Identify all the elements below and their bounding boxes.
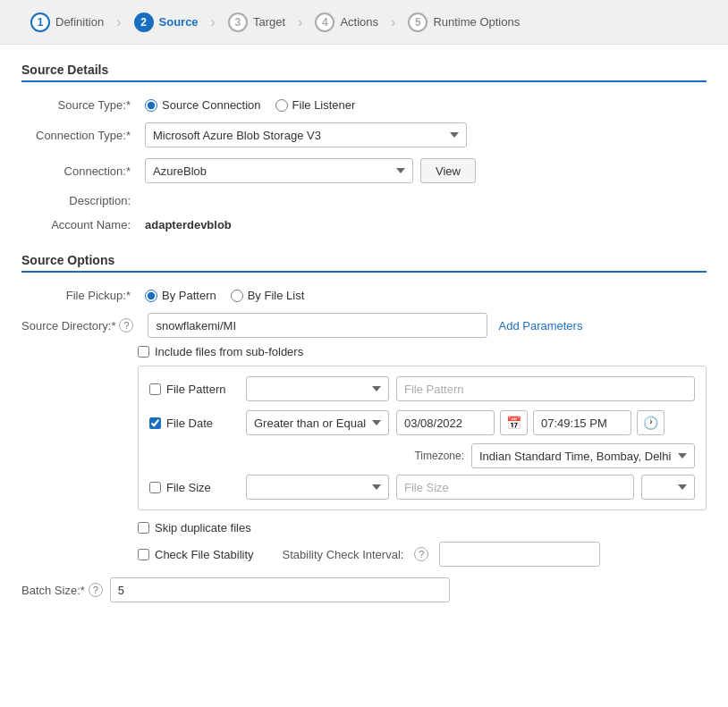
wizard-nav: 1 Definition › 2 Source › 3 Target › 4 A… — [0, 0, 728, 45]
connection-select[interactable]: AzureBlob — [145, 158, 413, 183]
file-pattern-value-input[interactable] — [396, 376, 695, 401]
skip-duplicate-checkbox[interactable] — [138, 522, 149, 534]
account-name-row: Account Name: adapterdevblob — [21, 218, 707, 231]
timezone-select[interactable]: Indian Standard Time, Bombay, Delhi — [471, 443, 695, 468]
source-directory-row: Source Directory:* ? Add Parameters — [21, 313, 707, 338]
source-options-divider — [21, 271, 707, 273]
file-pickup-radio-group: By Pattern By File List — [145, 289, 304, 302]
file-size-checkbox-label[interactable]: File Size — [149, 481, 239, 494]
timezone-row: Timezone: Indian Standard Time, Bombay, … — [149, 443, 695, 468]
radio-file-listener-input[interactable] — [275, 99, 288, 112]
date-time-group: 📅 🕐 — [396, 410, 665, 435]
file-pattern-operator-select[interactable] — [246, 376, 389, 401]
source-directory-help-icon[interactable]: ? — [119, 318, 133, 332]
source-details-divider — [21, 80, 707, 82]
source-directory-label: Source Directory:* ? — [21, 318, 140, 332]
source-options-title: Source Options — [21, 253, 707, 267]
include-subfolders-checkbox[interactable] — [138, 346, 149, 358]
description-row: Description: — [21, 194, 707, 207]
include-subfolders-block: Include files from sub-folders — [138, 345, 707, 358]
radio-by-file-list[interactable]: By File List — [231, 289, 305, 302]
step-circle-1: 1 — [30, 13, 50, 32]
file-size-checkbox[interactable] — [149, 482, 161, 493]
clock-icon-btn[interactable]: 🕐 — [637, 410, 665, 435]
step-circle-5: 5 — [408, 13, 427, 32]
timezone-label: Timezone: — [414, 450, 464, 462]
check-stability-label: Check File Stability — [155, 548, 254, 561]
step-circle-4: 4 — [315, 13, 334, 32]
skip-duplicate-label: Skip duplicate files — [155, 521, 251, 534]
nav-step-actions[interactable]: 4 Actions — [299, 7, 394, 38]
file-pickup-label: File Pickup:* — [21, 289, 138, 302]
nav-label-target: Target — [253, 15, 285, 29]
step-circle-2: 2 — [134, 13, 154, 32]
connection-type-row: Connection Type:* Microsoft Azure Blob S… — [21, 122, 707, 147]
view-button[interactable]: View — [420, 158, 476, 183]
radio-file-listener[interactable]: File Listener — [275, 98, 356, 112]
file-date-filter-row: File Date Greater than or Equal 📅 🕐 — [149, 409, 695, 436]
radio-by-pattern-input[interactable] — [145, 290, 157, 302]
connection-row: Connection:* AzureBlob View — [21, 158, 707, 183]
step-circle-3: 3 — [228, 13, 248, 32]
include-subfolders-row: Include files from sub-folders — [138, 345, 707, 358]
nav-step-target[interactable]: 3 Target — [212, 7, 301, 38]
connection-type-select[interactable]: Microsoft Azure Blob Storage V3 — [145, 122, 467, 147]
nav-step-runtime[interactable]: 5 Runtime Options — [392, 7, 536, 38]
source-type-label: Source Type:* — [21, 98, 138, 112]
nav-label-runtime: Runtime Options — [433, 15, 520, 29]
description-label: Description: — [21, 194, 138, 207]
account-name-value: adapterdevblob — [145, 218, 232, 231]
nav-step-source[interactable]: 2 Source — [118, 7, 215, 38]
radio-by-file-list-input[interactable] — [231, 290, 243, 302]
file-date-checkbox-label[interactable]: File Date — [149, 417, 239, 430]
file-size-operator-select[interactable] — [246, 475, 389, 500]
file-size-unit-select[interactable] — [641, 475, 695, 500]
batch-size-row: Batch Size:* ? — [21, 577, 707, 602]
file-pattern-checkbox-label[interactable]: File Pattern — [149, 383, 239, 396]
source-type-row: Source Type:* Source Connection File Lis… — [21, 98, 707, 112]
connection-label: Connection:* — [21, 164, 138, 178]
source-directory-input[interactable] — [148, 313, 487, 338]
source-options-section: Source Options File Pickup:* By Pattern … — [21, 253, 707, 602]
nav-step-definition[interactable]: 1 Definition — [14, 7, 120, 38]
file-pattern-checkbox[interactable] — [149, 383, 161, 395]
file-time-input[interactable] — [533, 410, 631, 435]
file-date-checkbox[interactable] — [149, 417, 161, 429]
include-subfolders-label: Include files from sub-folders — [155, 345, 303, 358]
stability-interval-input[interactable] — [439, 542, 600, 567]
check-stability-checkbox-row: Check File Stability — [138, 548, 254, 561]
connection-type-label: Connection Type:* — [21, 129, 138, 142]
check-stability-checkbox[interactable] — [138, 549, 149, 560]
radio-source-connection-input[interactable] — [145, 99, 157, 112]
file-size-filter-row: File Size — [149, 474, 695, 501]
nav-label-actions: Actions — [340, 15, 378, 29]
stability-help-icon[interactable]: ? — [414, 547, 428, 561]
batch-size-label: Batch Size:* ? — [21, 583, 103, 597]
file-pattern-filter-row: File Pattern — [149, 375, 695, 402]
file-date-operator-select[interactable]: Greater than or Equal — [246, 410, 389, 435]
account-name-label: Account Name: — [21, 218, 138, 231]
nav-label-definition: Definition — [55, 15, 104, 29]
main-content: Source Details Source Type:* Source Conn… — [0, 45, 728, 620]
stability-interval-label: Stability Check Interval: — [283, 548, 404, 561]
nav-label-source: Source — [159, 15, 199, 29]
filter-box: File Pattern File Date Greater than or E… — [138, 366, 707, 510]
check-stability-row: Check File Stability Stability Check Int… — [138, 542, 707, 567]
calendar-icon-btn[interactable]: 📅 — [500, 410, 528, 435]
file-pickup-row: File Pickup:* By Pattern By File List — [21, 289, 707, 302]
radio-source-connection[interactable]: Source Connection — [145, 98, 261, 112]
radio-by-pattern[interactable]: By Pattern — [145, 289, 216, 302]
batch-size-input[interactable] — [110, 577, 450, 602]
skip-duplicate-row: Skip duplicate files — [138, 521, 707, 534]
file-size-value-input[interactable] — [396, 475, 634, 500]
file-date-input[interactable] — [396, 410, 495, 435]
source-details-title: Source Details — [21, 63, 707, 77]
batch-size-help-icon[interactable]: ? — [89, 583, 103, 597]
source-type-radio-group: Source Connection File Listener — [145, 98, 355, 112]
add-parameters-link[interactable]: Add Parameters — [498, 319, 582, 332]
